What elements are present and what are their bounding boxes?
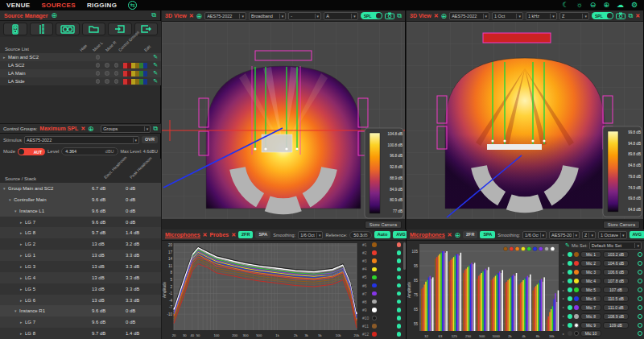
edit-mic-set-icon[interactable]: ✎ [565,242,570,249]
mic-row[interactable]: ▸Mic 6110.5 dB [561,294,644,303]
subwoofer-tool-button[interactable] [56,23,80,35]
dark-mode-icon[interactable]: ☾ [563,1,569,10]
mode-toggle[interactable]: AUT [18,148,45,155]
legend-item[interactable]: #11 [360,322,403,330]
expand-icon[interactable]: ▸ [563,296,566,300]
stack-row[interactable]: ▸LG 613 dB3.3 dB [0,295,161,306]
brightness-icon[interactable]: ☼ [576,1,583,10]
menu-venue[interactable]: VENUE [6,2,31,9]
view3d-left-frequency-dropdown[interactable]: -▾ [288,12,321,20]
tab-maximum-spl[interactable]: Maximum SPL [39,126,78,131]
settings-gear-icon[interactable]: ⚙ [631,1,638,10]
mute-dot[interactable] [114,79,119,84]
add-control-group-icon[interactable]: ⊕ [88,125,94,133]
bar-plot[interactable]: 1059585756555326312525050010002k4k8k16kA… [407,241,561,339]
mute-dot[interactable] [96,79,101,84]
legend-item[interactable]: #9 [360,306,403,314]
legend-item[interactable]: #10 [360,314,403,322]
source-row[interactable]: LA SC2✎ [0,61,161,69]
mic-name-field[interactable]: Mic 8 [580,313,601,320]
view3d-left-viewport[interactable]: 104.8 dB100.8 dB96.8 dB92.8 dB88.9 dB84.… [162,22,405,219]
expand-icon[interactable]: ▸ [563,262,566,266]
freq-spa-button[interactable]: SPA [255,231,270,238]
bar-weighting-dropdown[interactable]: Z▾ [582,231,596,239]
stack-row[interactable]: ▸LG 413 dB3.3 dB [0,272,161,283]
tab-microphones-close-icon[interactable]: ✕ [203,232,208,238]
mic-enable-toggle[interactable] [397,267,402,272]
speaker-tool-button[interactable] [3,23,27,35]
mic-enable-toggle[interactable] [397,242,402,247]
view3d-right-spl-toggle[interactable]: SPL [592,12,613,19]
view3d-right-tab-close-icon[interactable]: ✕ [434,13,439,19]
view3d-right-add-icon[interactable]: ⊕ [441,12,448,20]
level-field[interactable]: 4.364 dBU [61,147,118,155]
mic-on-toggle[interactable] [568,261,572,266]
tab-probes[interactable]: Probes [209,232,229,238]
expand-icon[interactable]: ▸ [563,279,566,283]
view3d-right-weighting-dropdown[interactable]: Z▾ [559,12,589,20]
legend-scrollbar[interactable] [403,242,406,270]
view3d-right-close-icon[interactable]: ✕ [635,13,640,19]
groups-dropdown[interactable]: Groups▾ [101,125,151,133]
view3d-left-spl-toggle[interactable]: SPL [361,12,383,19]
view3d-left-layers-icon[interactable]: ⧉ [397,12,402,20]
mic-on-toggle[interactable] [568,305,572,310]
mic-name-field[interactable]: Mic 10 [580,330,601,337]
view3d-right-viewport[interactable]: 99.8 dB94.8 dB89.8 dB84.8 dB79.8 dB74.9 … [407,22,643,219]
tab-microphones[interactable]: Microphones [165,232,200,238]
mic-on-toggle[interactable] [568,287,572,292]
edit-source-icon[interactable]: ✎ [153,78,158,85]
expand-icon[interactable]: ▸ [563,288,566,292]
source-row[interactable]: LA Side✎ [0,77,161,85]
line-array-tool-button[interactable] [30,23,54,35]
stack-row[interactable]: ▸LG 113 dB3.3 dB [0,250,161,261]
mic-row[interactable]: ▸Mic 5107 dB [561,286,644,295]
mic-target-icon[interactable] [638,252,642,257]
mic-target-icon[interactable] [638,314,642,319]
mic-name-field[interactable]: Mic 1 [580,251,601,258]
smoothing-dropdown[interactable]: 1/6 Oct▾ [298,231,323,239]
stack-row[interactable]: ▾Group Main and SC26.7 dB0 dB [0,183,161,194]
legend-item[interactable]: #7 [360,290,403,298]
tab-microphones-bar[interactable]: Microphones [410,232,445,238]
mic-set-dropdown[interactable]: Default Mic Set▾ [589,242,642,250]
control-group-swatches[interactable] [123,63,147,68]
stack-row[interactable]: ▸LG 213 dB3.2 dB [0,238,161,250]
mic-enable-toggle[interactable] [397,250,402,255]
mute-dot[interactable] [105,71,109,76]
import-tool-button[interactable] [108,23,132,35]
mic-row[interactable]: ▸Mic 9109 dB [561,320,644,329]
view3d-right-camera-icon[interactable] [616,12,625,19]
mic-on-toggle[interactable] [568,331,572,336]
bar-2fr-button[interactable]: 2FR [463,231,477,238]
mic-target-icon[interactable] [638,270,642,275]
reference-field[interactable]: 50.3 dB [349,231,371,239]
view3d-left-tab-close-icon[interactable]: ✕ [189,13,194,19]
view3d-right-tab[interactable]: 3D View [410,13,431,19]
view3d-left-add-icon[interactable]: ⊕ [196,12,203,20]
stack-row[interactable]: ▾Instance L19.6 dB0 dB [0,205,161,217]
bar-smoothing-dropdown[interactable]: 1/6 Oct▾ [522,231,547,239]
tab-probes-close-icon[interactable]: ✕ [231,232,236,238]
mic-on-toggle[interactable] [568,279,572,283]
mic-name-field[interactable]: Mic 2 [580,260,601,267]
zoom-in-icon[interactable]: ⊕ [603,1,609,10]
mic-row[interactable]: ▸Mic 7111.0 dB [561,303,644,312]
legend-item[interactable]: #3 [360,257,403,265]
legend-item[interactable]: #8 [360,298,403,306]
stack-row[interactable]: ▾Instance R19.6 dB0 dB [0,305,161,316]
control-group-swatches[interactable] [123,71,147,76]
legend-item[interactable]: #4 [360,265,403,273]
mute-dot[interactable] [114,63,119,68]
zoom-out-icon[interactable]: ⊖ [590,1,597,10]
stack-row[interactable]: ▸LG 513 dB3.3 dB [0,283,161,295]
mic-row[interactable]: ▸Mic 2104.6 dB [561,259,644,268]
mic-name-field[interactable]: Mic 5 [580,287,601,293]
bar-avg-button[interactable]: AVG [630,231,644,238]
mic-on-toggle[interactable] [568,314,572,319]
mic-target-icon[interactable] [638,305,642,310]
mute-dot[interactable] [105,79,109,84]
view3d-right-bandwidth-dropdown[interactable]: 1 Oct▾ [492,12,523,20]
mute-dot[interactable] [96,55,101,60]
mic-target-icon[interactable] [638,287,642,292]
